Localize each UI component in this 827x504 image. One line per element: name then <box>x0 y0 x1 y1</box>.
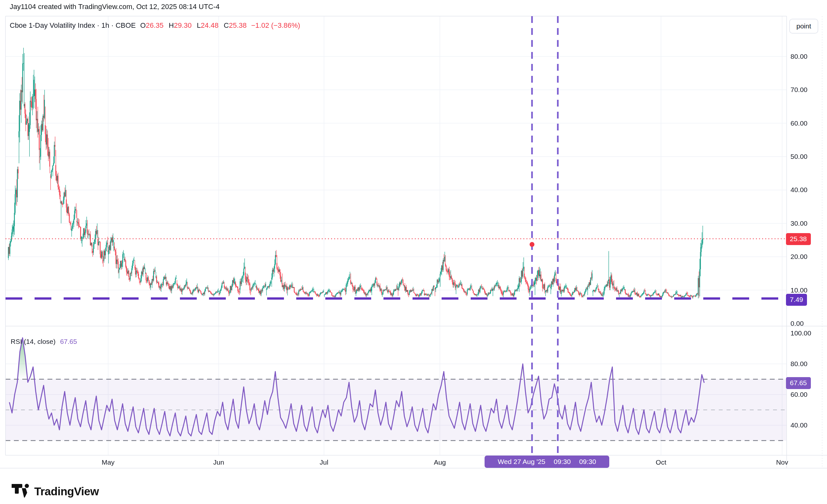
rsi-value-badge: 67.65 <box>786 377 811 389</box>
time-axis-month-label: Aug <box>434 458 446 466</box>
price-scale-tick: 40.00 <box>790 186 808 194</box>
crosshair-date: Wed 27 Aug '25 <box>498 458 545 465</box>
rsi-scale-tick: 80.00 <box>790 360 808 368</box>
rsi-scale-tick: 100.00 <box>790 329 811 338</box>
price-scale-tick: 60.00 <box>790 119 808 128</box>
time-axis-month-label: Jul <box>320 458 329 466</box>
alert-price-badge: 7.49 <box>786 294 807 306</box>
change-value: −1.02 (−3.86%) <box>251 21 300 30</box>
ohlc-pair: H29.30 <box>168 21 192 30</box>
price-scale-tick: 70.00 <box>790 86 808 94</box>
tradingview-logo-icon[interactable] <box>12 484 30 499</box>
tradingview-chart-page: Jay1104 created with TradingView.com, Oc… <box>0 0 827 504</box>
rsi-legend[interactable]: RSI (14, close) 67.65 <box>11 338 77 346</box>
price-scale-unit-button[interactable]: point <box>789 19 818 34</box>
rsi-current-value: 67.65 <box>60 338 77 346</box>
symbol-title[interactable]: Cboe 1-Day Volatility Index · 1h · CBOE <box>10 21 136 30</box>
ohlc-pair: L24.48 <box>197 21 218 30</box>
tradingview-wordmark: TradingView <box>34 485 99 498</box>
time-axis-month-label: May <box>102 458 115 466</box>
rsi-label[interactable]: RSI (14, close) <box>11 338 56 346</box>
rsi-scale-tick: 60.00 <box>790 390 808 399</box>
price-scale-tick: 20.00 <box>790 252 808 261</box>
ohlc-values: O26.35H29.30L24.48C25.38 <box>140 21 246 30</box>
crosshair-time-1: 09:30 <box>554 458 571 465</box>
last-price-badge: 25.38 <box>786 233 811 245</box>
price-scale-tick: 0.00 <box>790 319 804 328</box>
ohlc-pair: C25.38 <box>224 21 247 30</box>
time-axis-month-label: Jun <box>213 458 224 466</box>
price-scale-tick: 80.00 <box>790 52 808 61</box>
chart-legend[interactable]: Cboe 1-Day Volatility Index · 1h · CBOE … <box>10 21 300 30</box>
chart-plot-canvas[interactable] <box>0 0 827 504</box>
price-scale-tick: 50.00 <box>790 152 808 161</box>
crosshair-time-badge: Wed 27 Aug '25 09:30 09:30 <box>485 456 609 468</box>
time-axis-month-label: Nov <box>776 458 788 466</box>
footer-branding[interactable]: TradingView <box>12 484 99 499</box>
rsi-scale-tick: 40.00 <box>790 421 808 430</box>
price-scale-tick: 30.00 <box>790 219 808 228</box>
time-axis-month-label: Oct <box>656 458 667 466</box>
price-scale-tick: 10.00 <box>790 286 808 295</box>
crosshair-time-2: 09:30 <box>579 458 596 465</box>
ohlc-pair: O26.35 <box>140 21 163 30</box>
header-credit: Jay1104 created with TradingView.com, Oc… <box>10 3 220 11</box>
